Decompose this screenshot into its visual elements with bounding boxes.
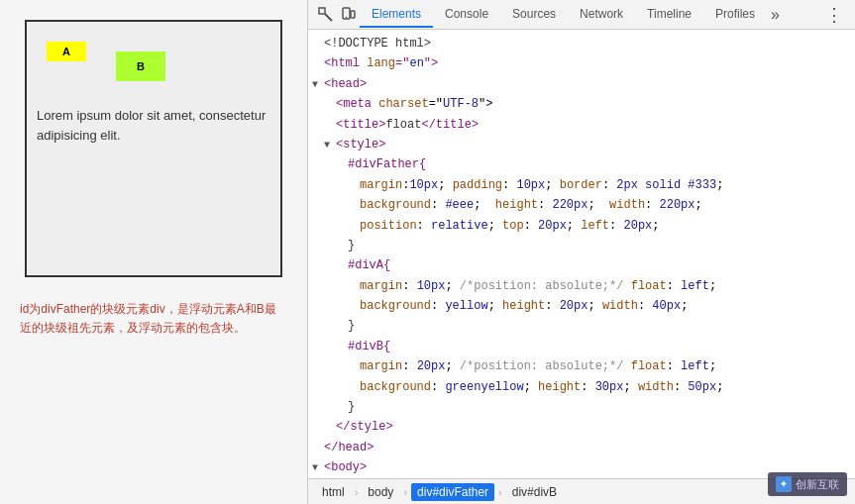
code-head: ▼ <head> — [308, 74, 855, 94]
div-a-label: A — [62, 46, 70, 57]
breadcrumb-body[interactable]: body — [362, 483, 399, 501]
code-head-close: </head> — [308, 438, 855, 457]
code-css-close1: } — [308, 236, 855, 255]
code-css-diva-1: margin: 10px; /*position: absolute;*/ fl… — [308, 276, 855, 296]
tab-profiles[interactable]: Profiles — [703, 2, 767, 28]
watermark-logo: ✦ — [776, 476, 792, 492]
collapse-head[interactable]: ▼ — [312, 76, 324, 93]
breadcrumb-divb[interactable]: div#divB — [506, 483, 563, 501]
breadcrumb-sep2: › — [403, 486, 407, 498]
code-doctype: <!DOCTYPE html> — [308, 34, 855, 53]
code-meta: <meta charset="UTF-8"> — [308, 94, 855, 114]
code-title: <title>float</title> — [308, 115, 855, 135]
devtools-toolbar: Elements Console Sources Network Timelin… — [308, 0, 855, 30]
breadcrumb-sep3: › — [498, 486, 502, 498]
code-text: < — [324, 53, 331, 73]
more-tabs-icon[interactable]: » — [767, 4, 784, 26]
more-options-icon[interactable]: ⋮ — [821, 4, 847, 26]
code-css-divb-2: background: greenyellow; height: 30px; w… — [308, 377, 855, 397]
svg-rect-0 — [319, 8, 325, 14]
code-css-diva-2: background: yellow; height: 20px; width:… — [308, 296, 855, 316]
breadcrumb-divfather[interactable]: div#divFather — [411, 483, 494, 501]
code-text: <!DOCTYPE html> — [324, 34, 431, 53]
triangle-spacer — [312, 55, 324, 72]
tab-network[interactable]: Network — [568, 2, 635, 28]
code-css-close3: } — [308, 397, 855, 417]
device-icon[interactable] — [338, 5, 358, 25]
tab-timeline[interactable]: Timeline — [635, 2, 703, 28]
watermark: ✦ 创新互联 — [768, 472, 847, 496]
description-text: id为divFather的块级元素div，是浮动元素A和B最近的块级祖先元素，及… — [10, 292, 297, 346]
code-css-close2: } — [308, 316, 855, 336]
code-area[interactable]: <!DOCTYPE html> <html lang="en"> ▼ <head… — [308, 30, 855, 478]
svg-point-4 — [346, 16, 348, 18]
left-panel: A B Lorem ipsum dolor sit amet, consecte… — [0, 0, 307, 504]
devtools-panel: Elements Console Sources Network Timelin… — [307, 0, 855, 504]
breadcrumb-html[interactable]: html — [316, 483, 351, 501]
code-css-3: position: relative; top: 20px; left: 20p… — [308, 216, 855, 236]
lorem-text: Lorem ipsum dolor sit amet, consectetur … — [37, 101, 270, 145]
tab-console[interactable]: Console — [433, 2, 500, 28]
div-a: A — [47, 42, 86, 61]
code-style-open: ▼ <style> — [308, 135, 855, 154]
code-html: <html lang="en"> — [308, 53, 855, 73]
code-css-2: background: #eee; height: 220px; width: … — [308, 195, 855, 215]
svg-line-1 — [325, 14, 332, 21]
code-css-divb-sel: #divB{ — [308, 337, 855, 356]
code-css-divfather-sel: #divFather{ — [308, 154, 855, 174]
code-css-1: margin:10px; padding: 10px; border: 2px … — [308, 175, 855, 195]
svg-rect-3 — [351, 11, 355, 18]
tab-elements[interactable]: Elements — [360, 2, 433, 28]
code-css-diva-sel: #divA{ — [308, 255, 855, 275]
demo-box: A B Lorem ipsum dolor sit amet, consecte… — [25, 20, 282, 277]
div-b: B — [116, 51, 165, 81]
tab-sources[interactable]: Sources — [500, 2, 568, 28]
breadcrumb-sep1: › — [355, 486, 359, 498]
triangle-spacer — [312, 36, 324, 52]
code-css-divb-1: margin: 20px; /*position: absolute;*/ fl… — [308, 356, 855, 376]
code-style-close: </style> — [308, 417, 855, 437]
watermark-text: 创新互联 — [796, 477, 839, 492]
div-b-label: B — [137, 60, 145, 72]
inspect-icon[interactable] — [316, 5, 336, 25]
devtools-tabs: Elements Console Sources Network Timelin… — [360, 2, 784, 28]
